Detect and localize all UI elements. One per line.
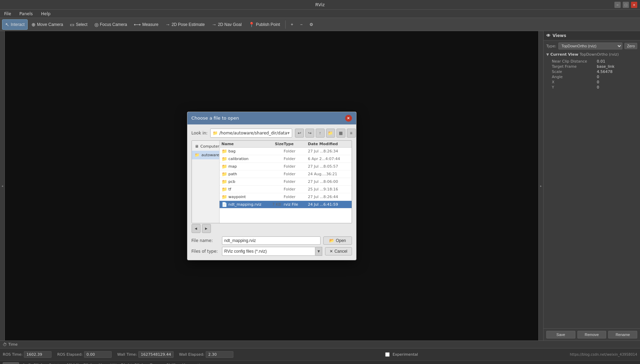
cv-field-row: X0 <box>546 80 637 85</box>
file-name: ndt_mapping.rviz <box>229 202 262 207</box>
file-date: 6 Apr 2...4:07:44 <box>308 157 350 161</box>
scroll-left-button[interactable]: ◀ <box>192 224 201 233</box>
views-type-label: Type: <box>546 44 556 48</box>
ros-time-value: 1602.39 <box>24 351 52 358</box>
wall-time-field: Wall Time: 1627548129.44 <box>117 351 174 358</box>
folder-icon: 📁 <box>222 171 227 177</box>
experimental-label: Experimental <box>392 352 418 357</box>
left-arrow-icon: ◂ <box>1 184 3 188</box>
nav-forward-button[interactable]: ↪ <box>305 129 314 138</box>
viewport[interactable]: Choose a file to open × Look in: 📁 /home… <box>5 31 538 340</box>
file-row[interactable]: 📄 ndt_mapping.rviz 7 KB rviz File 24 Jul… <box>220 201 352 208</box>
ros-elapsed-field: ROS Elapsed: 0.00 <box>57 351 112 358</box>
dialog-title: Choose a file to open <box>192 115 239 121</box>
cv-field-key: Scale <box>552 69 597 74</box>
file-name-cell: 📁 map <box>222 164 263 169</box>
wall-elapsed-label: Wall Elapsed: <box>179 352 204 357</box>
pose-estimate-button[interactable]: → 2D Pose Estimate <box>162 19 208 30</box>
select-button[interactable]: ▭ Select <box>67 19 90 30</box>
save-button[interactable]: Save <box>546 331 575 338</box>
pose-estimate-icon: → <box>165 22 170 27</box>
menu-help[interactable]: Help <box>39 11 53 17</box>
cv-field-value: base_link <box>597 64 614 69</box>
settings-icon: ⚙ <box>309 22 313 27</box>
detail-view-button[interactable]: ≡ <box>347 129 356 138</box>
new-folder-button[interactable]: 📁 <box>326 129 335 138</box>
file-name: tf <box>229 187 231 192</box>
open-button[interactable]: 📂 Open <box>323 236 352 245</box>
look-in-select[interactable]: 📁 /home/autoware/shared_dir/data ▼ <box>210 129 292 138</box>
file-row[interactable]: 📁 pcb Folder 27 Jul ...8:06:00 <box>220 178 352 186</box>
file-row[interactable]: 📁 waypoint Folder 27 Jul ...8:26:44 <box>220 193 352 201</box>
nav-up-button[interactable]: ↑ <box>316 129 325 138</box>
file-list-area[interactable]: Name Size Type Date Modified 📁 bag Folde… <box>220 141 352 223</box>
views-type-select[interactable]: TopDownOrtho (rviz) <box>558 43 622 49</box>
right-panel-toggle[interactable]: ▸ <box>538 31 543 340</box>
ros-elapsed-value: 0.00 <box>84 351 112 358</box>
file-date: 27 Jul ...8:05:57 <box>308 164 350 169</box>
look-in-arrow: ▼ <box>287 131 290 135</box>
ros-elapsed-label: ROS Elapsed: <box>57 352 83 357</box>
file-row[interactable]: 📁 tf Folder 25 Jul ...9:18:16 <box>220 186 352 193</box>
folder-icon: 📁 <box>222 156 227 161</box>
reset-button[interactable]: Reset <box>3 362 19 364</box>
file-row[interactable]: 📁 bag Folder 27 Jul ...8:26:34 <box>220 148 352 155</box>
dialog-close-button[interactable]: × <box>345 115 352 122</box>
file-name: map <box>229 164 237 169</box>
close-button[interactable]: × <box>631 2 637 8</box>
move-camera-button[interactable]: ⊕ Move Camera <box>28 19 66 30</box>
publish-point-button[interactable]: 📍 Publish Point <box>245 19 283 30</box>
file-name: path <box>229 172 237 176</box>
file-browser: 🖥 Computer 📁 autoware Name <box>192 140 352 223</box>
time-bar: ⏱ Time <box>0 340 640 348</box>
current-view-section: ▼ Current View TopDownOrtho (rviz) Near … <box>546 52 637 90</box>
toolbar: ↖ Interact ⊕ Move Camera ▭ Select ◎ Focu… <box>0 18 640 31</box>
folder-icon: 📁 <box>222 179 227 184</box>
list-view-button[interactable]: ▦ <box>336 129 345 138</box>
right-arrow-icon: ▸ <box>540 184 542 188</box>
remove-button[interactable]: Remove <box>577 331 606 338</box>
restore-button[interactable]: □ <box>623 2 629 8</box>
minus-icon: − <box>300 22 303 27</box>
file-type: Folder <box>284 172 308 176</box>
focus-camera-button[interactable]: ◎ Focus Camera <box>91 19 130 30</box>
cv-title: Current View <box>550 52 578 57</box>
nav-goal-button[interactable]: → 2D Nav Goal <box>208 19 245 30</box>
measure-button[interactable]: ⟷ Measure <box>131 19 161 30</box>
file-type: Folder <box>284 187 308 192</box>
file-name: calibration <box>229 157 249 161</box>
files-type-select[interactable]: RViz config files (*.rviz) <box>222 247 316 256</box>
file-open-dialog: Choose a file to open × Look in: 📁 /home… <box>187 112 356 260</box>
col-name: Name <box>222 142 263 146</box>
menu-panels[interactable]: Panels <box>17 11 35 17</box>
sidebar-autoware[interactable]: 📁 autoware <box>192 151 219 159</box>
scroll-right-button[interactable]: ▶ <box>202 224 211 233</box>
experimental-checkbox[interactable] <box>385 352 390 357</box>
file-name-cell: 📁 tf <box>222 187 263 192</box>
cv-field-key: Y <box>552 85 597 90</box>
interact-button[interactable]: ↖ Interact <box>2 19 28 30</box>
cancel-button[interactable]: ✕ Cancel <box>325 247 352 255</box>
menu-bar: File Panels Help <box>0 10 640 18</box>
toolbar-settings-button[interactable]: ⚙ <box>306 19 316 30</box>
cv-field-value: 0 <box>597 75 599 79</box>
menu-file[interactable]: File <box>2 11 13 17</box>
file-row[interactable]: 📁 map Folder 27 Jul ...8:05:57 <box>220 163 352 170</box>
nav-back-button[interactable]: ↩ <box>295 129 304 138</box>
minimize-button[interactable]: − <box>614 2 621 8</box>
rename-button[interactable]: Rename <box>608 331 637 338</box>
file-row[interactable]: 📁 path Folder 24 Aug....36:21 <box>220 170 352 178</box>
file-name-cell: 📁 bag <box>222 149 263 154</box>
toolbar-minus-button[interactable]: − <box>297 19 306 30</box>
views-content: Type: TopDownOrtho (rviz) Zero ▼ Current… <box>544 40 640 328</box>
views-zero-button[interactable]: Zero <box>624 43 637 49</box>
cv-header: ▼ Current View TopDownOrtho (rviz) <box>546 52 637 57</box>
left-panel-toggle[interactable]: ◂ <box>0 31 5 340</box>
file-row[interactable]: 📁 calibration Folder 6 Apr 2...4:07:44 <box>220 155 352 163</box>
look-in-controls: ↩ ↪ ↑ 📁 ▦ ≡ <box>295 129 356 138</box>
file-icon: 📄 <box>222 202 227 207</box>
filename-input[interactable] <box>222 236 321 245</box>
time-label: Time <box>8 342 18 347</box>
toolbar-plus-button[interactable]: + <box>288 19 296 30</box>
sidebar-computer[interactable]: 🖥 Computer <box>192 142 219 151</box>
